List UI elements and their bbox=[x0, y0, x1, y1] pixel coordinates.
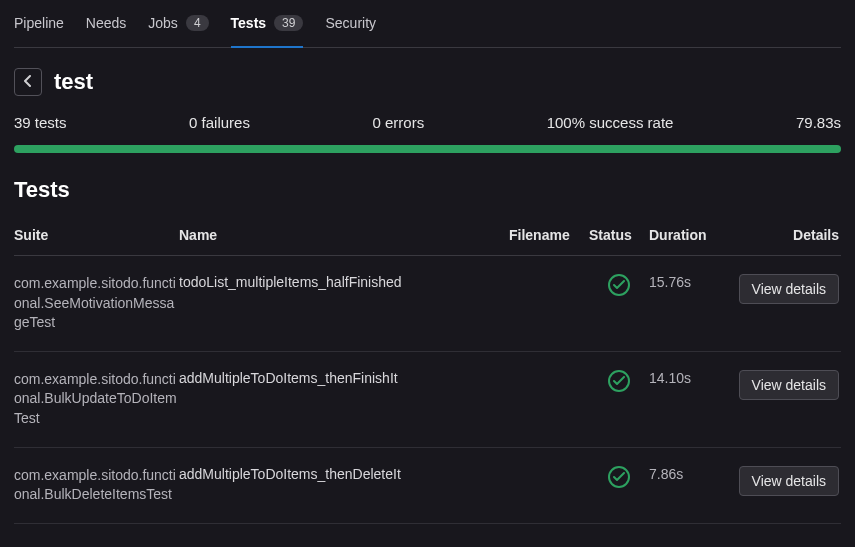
summary-failures: 0 failures bbox=[189, 114, 250, 131]
cell-suite: com.example.sitodo.functional.BulkDelete… bbox=[14, 466, 179, 505]
tab-label: Needs bbox=[86, 15, 126, 31]
summary-success-rate: 100% success rate bbox=[547, 114, 674, 131]
check-circle-icon bbox=[608, 370, 630, 392]
cell-details: View details bbox=[729, 274, 839, 304]
tab-tests[interactable]: Tests 39 bbox=[231, 0, 304, 48]
cell-name: todoList_multipleItems_halfFinished bbox=[179, 274, 509, 290]
table-row: com.example.sitodo.functional.BulkDelete… bbox=[14, 448, 841, 524]
col-name: Name bbox=[179, 227, 509, 243]
progress-bar bbox=[14, 145, 841, 153]
back-button[interactable] bbox=[14, 68, 42, 96]
table-row: com.example.sitodo.functional.BulkUpdate… bbox=[14, 352, 841, 448]
page-heading: test bbox=[14, 68, 841, 96]
cell-suite: com.example.sitodo.functional.BulkUpdate… bbox=[14, 370, 179, 429]
tests-table-header: Suite Name Filename Status Duration Deta… bbox=[14, 227, 841, 256]
cell-details: View details bbox=[729, 466, 839, 496]
section-title: Tests bbox=[14, 177, 841, 203]
cell-status bbox=[589, 370, 649, 392]
col-details: Details bbox=[729, 227, 839, 243]
cell-name: addMultipleToDoItems_thenFinishIt bbox=[179, 370, 509, 386]
cell-name: addMultipleToDoItems_thenDeleteIt bbox=[179, 466, 509, 482]
tab-jobs[interactable]: Jobs 4 bbox=[148, 0, 208, 48]
summary-errors: 0 errors bbox=[372, 114, 424, 131]
summary-row: 39 tests 0 failures 0 errors 100% succes… bbox=[14, 114, 841, 131]
view-details-button[interactable]: View details bbox=[739, 274, 839, 304]
chevron-left-icon bbox=[23, 75, 33, 90]
tab-badge: 39 bbox=[274, 15, 303, 31]
tests-table-body: com.example.sitodo.functional.SeeMotivat… bbox=[14, 256, 841, 524]
cell-details: View details bbox=[729, 370, 839, 400]
check-circle-icon bbox=[608, 466, 630, 488]
cell-duration: 15.76s bbox=[649, 274, 729, 290]
col-status: Status bbox=[589, 227, 649, 243]
tab-label: Security bbox=[325, 15, 376, 31]
col-filename: Filename bbox=[509, 227, 589, 243]
page-title: test bbox=[54, 69, 93, 95]
cell-duration: 14.10s bbox=[649, 370, 729, 386]
tab-label: Pipeline bbox=[14, 15, 64, 31]
pipeline-tabs: Pipeline Needs Jobs 4 Tests 39 Security bbox=[14, 0, 841, 48]
cell-suite: com.example.sitodo.functional.SeeMotivat… bbox=[14, 274, 179, 333]
check-circle-icon bbox=[608, 274, 630, 296]
col-duration: Duration bbox=[649, 227, 729, 243]
summary-tests: 39 tests bbox=[14, 114, 67, 131]
tab-pipeline[interactable]: Pipeline bbox=[14, 0, 64, 48]
view-details-button[interactable]: View details bbox=[739, 370, 839, 400]
tab-security[interactable]: Security bbox=[325, 0, 376, 48]
tab-needs[interactable]: Needs bbox=[86, 0, 126, 48]
tab-badge: 4 bbox=[186, 15, 209, 31]
table-row: com.example.sitodo.functional.SeeMotivat… bbox=[14, 256, 841, 352]
tab-label: Tests bbox=[231, 15, 267, 31]
summary-duration: 79.83s bbox=[796, 114, 841, 131]
cell-status bbox=[589, 274, 649, 296]
progress-fill bbox=[14, 145, 841, 153]
cell-duration: 7.86s bbox=[649, 466, 729, 482]
tab-label: Jobs bbox=[148, 15, 178, 31]
cell-status bbox=[589, 466, 649, 488]
col-suite: Suite bbox=[14, 227, 179, 243]
view-details-button[interactable]: View details bbox=[739, 466, 839, 496]
